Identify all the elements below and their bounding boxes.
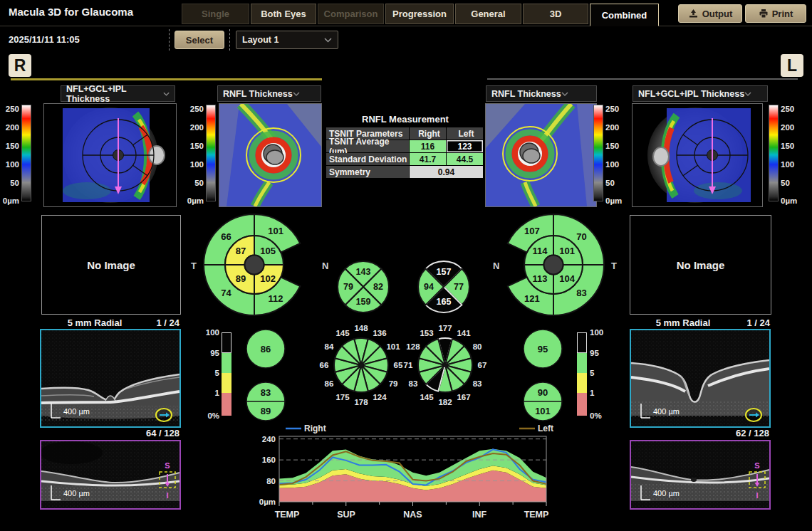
value-label: 66 xyxy=(320,361,329,369)
rnfl-quadrant-pie-left: 1577716594 xyxy=(415,258,472,315)
legend-section xyxy=(577,393,587,416)
oct-bscan-radial-left[interactable]: 400 µm xyxy=(631,330,769,426)
legend-section xyxy=(222,393,231,416)
value-label: 112 xyxy=(269,293,283,304)
chevron-down-icon xyxy=(561,92,568,96)
percentile-legend xyxy=(577,332,587,416)
right-eye-selected-underline xyxy=(11,78,322,80)
value-label: 101 xyxy=(535,406,551,416)
macula-thickness-map-left xyxy=(633,104,762,206)
value-label: 86 xyxy=(325,379,334,388)
value-label: TEMP xyxy=(275,510,300,520)
scale-zero-label: 0µm xyxy=(781,196,802,205)
value-label: 102 xyxy=(260,273,276,284)
scan-direction-icon[interactable] xyxy=(156,409,172,421)
value-label: 121 xyxy=(524,293,540,304)
scale-tick-label: 150 xyxy=(605,142,627,150)
tab-3d[interactable]: 3D xyxy=(523,4,588,24)
frame-count-left[interactable]: 62 / 128 xyxy=(697,428,769,438)
value-label: 105 xyxy=(260,246,276,256)
scale-tick-label: 50 xyxy=(605,179,627,187)
chevron-down-icon xyxy=(163,92,170,96)
gcl-sector-donut-left: 1077083121114101104113 xyxy=(501,213,605,317)
value-label: NAS xyxy=(403,510,422,520)
value-label: 80 xyxy=(473,342,482,351)
thickness-color-scale xyxy=(769,105,779,201)
scale-tick-label: 50 xyxy=(0,179,19,187)
legend-section xyxy=(577,332,587,353)
map-type-dropdown-l1[interactable]: RNFL Thickness xyxy=(486,85,597,102)
frame-count-right[interactable]: 64 / 128 xyxy=(107,428,179,438)
table-header-left: Left xyxy=(447,127,483,140)
value-label: 124 xyxy=(373,393,387,401)
value-label: 177 xyxy=(438,324,452,332)
map-type-dropdown-r2[interactable]: RNFL Thickness xyxy=(217,85,321,102)
value-label: 240 xyxy=(262,435,276,443)
row-label-tsnit-average: TSNIT Average (µm) xyxy=(326,140,409,152)
print-button-label: Print xyxy=(772,9,793,19)
oct-bscan-line-right[interactable]: 400 µm S I xyxy=(41,441,179,508)
scan-direction-icon[interactable] xyxy=(746,409,761,421)
value-label: SUP xyxy=(337,510,355,520)
value-label: 90 xyxy=(538,387,548,398)
value-label: 143 xyxy=(356,267,371,277)
legend-tick-label: 5 xyxy=(199,369,219,377)
value-label: 128 xyxy=(406,342,420,351)
scale-zero-label: 0µm xyxy=(184,196,204,205)
scale-tick-label: 150 xyxy=(184,142,204,150)
tab-both-eyes[interactable]: Both Eyes xyxy=(251,4,316,24)
scale-zero-label: 0µm xyxy=(0,196,19,205)
print-button[interactable]: Print xyxy=(745,4,806,23)
left-eye-badge: L xyxy=(781,54,803,77)
legend-tick-label: 95 xyxy=(199,349,219,357)
value-label: 84 xyxy=(325,342,334,351)
value-label: 83 xyxy=(261,387,271,398)
legend-tick-label: 0% xyxy=(590,411,611,420)
legend-tick-label: 100 xyxy=(199,328,219,337)
value-label: 159 xyxy=(356,297,371,307)
legend-tick-label: 1 xyxy=(199,389,219,397)
temporal-label-right: T xyxy=(191,261,197,271)
value-label: 114 xyxy=(532,246,548,256)
legend-section xyxy=(577,353,587,373)
value-label: 107 xyxy=(524,226,540,236)
value-label: 83 xyxy=(576,288,586,298)
scale-tick-label: 50 xyxy=(184,179,204,187)
value-label: 148 xyxy=(354,324,368,332)
select-button-label: Select xyxy=(186,35,213,46)
svg-text:400 µm: 400 µm xyxy=(63,489,90,498)
scale-tick-label: 250 xyxy=(781,105,802,113)
value-label: 71 xyxy=(404,361,413,369)
oct-bscan-radial-right[interactable]: 400 µm xyxy=(41,330,179,426)
layout-dropdown-value: Layout 1 xyxy=(242,35,324,45)
value-label: 0µm xyxy=(259,498,276,506)
radial-scan-count-left[interactable]: 1 / 24 xyxy=(729,317,770,328)
tsnit-profile-chart: 240160800µmTEMPSUPNASINFTEMPRightLeft xyxy=(253,421,559,528)
scale-tick-label: 150 xyxy=(0,142,19,150)
output-button[interactable]: Output xyxy=(678,4,742,23)
oct-bscan-line-left[interactable]: 400 µm S I xyxy=(631,441,769,508)
value-label: 141 xyxy=(457,329,471,337)
summary-circle-right-top: 86 xyxy=(245,328,286,369)
value-label: 95 xyxy=(538,344,548,354)
tab-progression[interactable]: Progression xyxy=(385,4,454,24)
toolbar-separator xyxy=(229,29,230,51)
nasal-label-left: N xyxy=(493,261,499,271)
gcl-sector-donut-right: 66101112748710510289 xyxy=(202,213,306,317)
tab-general[interactable]: General xyxy=(455,4,521,24)
radial-scan-count-right[interactable]: 1 / 24 xyxy=(140,317,179,328)
value-label: Left xyxy=(538,424,553,433)
radial-scan-label-left: 5 mm Radial xyxy=(644,317,722,328)
value-label: INF xyxy=(472,510,487,520)
svg-text:400 µm: 400 µm xyxy=(653,489,680,498)
value-label: 79 xyxy=(343,282,353,292)
scale-tick-label: 100 xyxy=(605,160,627,169)
legend-section xyxy=(222,332,231,353)
select-button[interactable]: Select xyxy=(175,31,224,49)
map-type-dropdown-r1[interactable]: NFL+GCL+IPL Thickness xyxy=(61,85,175,102)
value-label: 157 xyxy=(437,267,452,277)
map-type-dropdown-l2[interactable]: NFL+GCL+IPL Thickness xyxy=(633,85,768,102)
tab-combined[interactable]: Combined xyxy=(590,4,659,26)
layout-dropdown[interactable]: Layout 1 xyxy=(236,31,338,49)
no-image-text: No Image xyxy=(87,259,135,271)
